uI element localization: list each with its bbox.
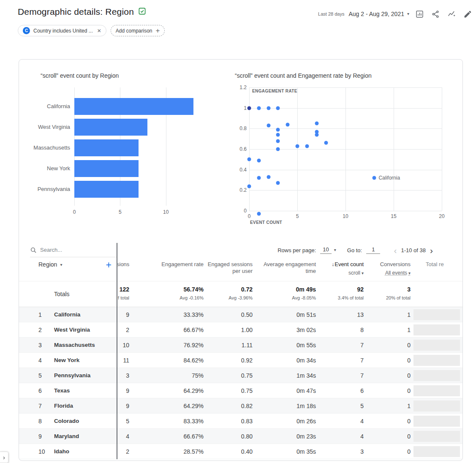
add-column-button[interactable]: + [106,261,112,269]
metric-cell: 0.75 [204,372,253,379]
share-icon[interactable] [430,8,441,19]
column-resize-divider[interactable] [117,243,117,459]
scatter-point[interactable] [257,158,261,162]
scatter-point[interactable] [324,141,328,145]
revenue-cell [411,400,462,411]
sidenav-expand-button[interactable]: › [0,452,8,463]
scatter-point[interactable] [248,158,251,161]
scatter-point[interactable] [267,175,270,179]
metric-cell: 1.11 [204,342,253,349]
close-icon[interactable]: ✕ [97,28,101,34]
totals-cell: 122f total [117,281,129,307]
edit-icon[interactable] [462,8,473,19]
table-row[interactable]: 8Colorado583.33%0.830m 26s40 [19,414,462,429]
date-range-picker[interactable]: Aug 2 - Aug 29, 2021 ▾ [348,11,409,17]
scatter-point[interactable] [276,139,280,143]
bar[interactable] [74,181,139,198]
metric-cell: 0m 26s [253,418,316,425]
totals-cell: 923.4% of total [316,281,364,307]
metric-cell: 7 [316,342,364,349]
scatter-point[interactable] [267,106,270,110]
table-row[interactable]: 10Idaho228.57%0.400m 35s30 [19,444,462,459]
goto-page-input[interactable]: 1 [366,246,380,254]
column-header-event-count[interactable]: ↓Event countscroll▾ [316,257,364,281]
scatter-point[interactable] [373,176,376,180]
page-range: 1-10 of 38 [401,247,426,253]
scatter-point[interactable] [248,106,251,110]
metric-cell: 83.33% [129,418,204,425]
column-header-engagement-rate[interactable]: Engagement rate [129,257,204,281]
scatter-point[interactable] [286,123,290,126]
metric-cell: 4 [316,433,364,440]
report-card: “scroll” event count by Region Californi… [19,59,463,461]
add-comparison-button[interactable]: Add comparison + [111,25,165,36]
table-row[interactable]: 5Pennsylvania375%0.751m 34s70 [19,368,462,383]
metric-cell: 0.82 [204,403,253,409]
table-row[interactable]: 9Maryland466.67%0.800m 23s40 [19,429,462,444]
sort-descending-icon: ↓ [332,261,334,267]
scatter-point[interactable] [315,122,318,125]
x-axis-tick-label: 0 [248,213,251,219]
scatter-point[interactable] [296,144,299,148]
bar-x-tick-label: 5 [119,209,122,215]
prev-page-icon[interactable]: ‹ [391,246,399,255]
column-filter-all-events[interactable]: All events▾ [364,270,411,276]
column-header-sions[interactable]: sions [117,257,129,281]
rows-per-page-select[interactable]: 10 [320,246,331,254]
revenue-cell [411,370,462,381]
metric-cell: 28.57% [129,448,204,455]
comparison-chip[interactable]: C Country includes United ... ✕ [18,25,106,36]
table-row[interactable]: 3Massachusetts1076.92%1.110m 55s70 [19,338,462,353]
column-filter-scroll[interactable]: scroll▾ [316,270,364,276]
metric-cell: 11 [117,357,129,364]
totals-row: Totals 122f total56.74%Avg -0.16%0.72Avg… [19,281,462,307]
column-header-engaged-sessions-per-user[interactable]: Engaged sessions per user [204,257,253,281]
bar[interactable] [74,160,139,177]
scatter-point[interactable] [248,184,251,188]
table-row[interactable]: 7Florida964.29%0.821m 18s51 [19,398,462,414]
comparison-bar: C Country includes United ... ✕ Add comp… [0,19,476,36]
table-header-row: Region ▾ + sionsEngagement rateEngaged s… [19,257,462,281]
row-index: 6 [38,387,54,394]
column-header-average-engagement-time[interactable]: Average engagement time [253,257,316,281]
next-page-icon[interactable]: › [427,246,435,255]
x-axis-tick-label: 10 [343,213,348,219]
scatter-point[interactable] [305,144,309,148]
region-cell: California [54,311,117,318]
metric-cell: 2 [117,327,129,333]
page-title: Demographic details: Region [18,7,134,17]
search-input[interactable] [40,247,103,253]
scatter-point[interactable] [276,133,280,136]
scatter-point[interactable] [257,106,261,110]
insights-icon[interactable] [446,8,457,19]
region-cell: Maryland [54,433,117,439]
table-row[interactable]: 1California933.33%0.500m 51s131 [19,307,462,322]
scatter-point[interactable] [276,181,280,185]
table-row[interactable]: 6Texas964.29%0.750m 47s60 [19,383,462,398]
scatter-point[interactable] [257,176,261,180]
column-header-conversions[interactable]: ConversionsAll events▾ [364,257,411,281]
scatter-point[interactable] [276,128,280,131]
region-column-header[interactable]: Region ▾ [38,261,62,268]
caret-down-icon[interactable]: ▾ [334,248,336,252]
scatter-point[interactable] [276,147,280,151]
scatter-point[interactable] [315,133,318,136]
bar[interactable] [74,119,147,136]
bar[interactable] [74,98,193,115]
x-axis-label: EVENT COUNT [250,220,442,225]
bar[interactable] [74,139,139,156]
column-header-total-re[interactable]: Total re [411,257,462,281]
customize-report-icon[interactable] [414,8,425,19]
bar-category-labels: CaliforniaWest VirginiaMassachusettsNew … [31,87,70,206]
region-cell: Massachusetts [54,342,117,348]
table-row[interactable]: 2West Virginia266.67%1.003m 02s81 [19,322,462,338]
revenue-placeholder [413,370,460,381]
metric-cell: 1 [364,327,411,333]
scatter-x-axis: 05101520 [249,211,442,218]
row-index: 9 [38,433,54,440]
table-row[interactable]: 4New York1184.62%0.920m 34s70 [19,353,462,368]
scatter-point[interactable] [267,124,270,128]
metric-cell: 3 [117,372,129,379]
table-search[interactable] [30,243,117,257]
scatter-point[interactable] [276,106,280,110]
